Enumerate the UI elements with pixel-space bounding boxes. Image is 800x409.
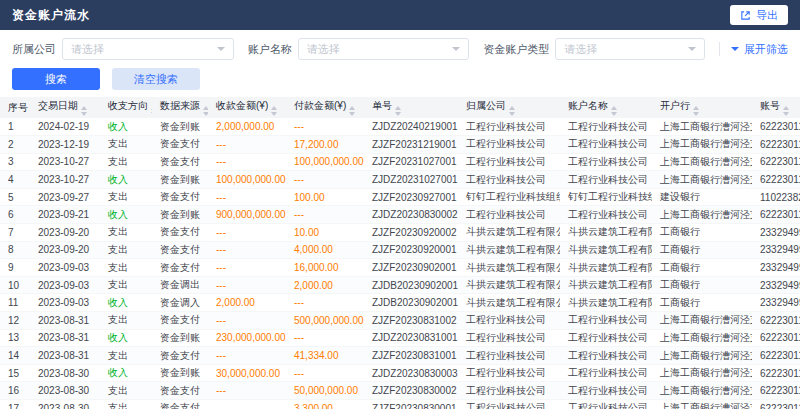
cell-account_no: 62223011... <box>752 171 800 189</box>
clear-search-button[interactable]: 清空搜索 <box>112 68 200 90</box>
cell-account_no: 62223011... <box>752 206 800 224</box>
company-select[interactable]: 请选择 <box>62 38 234 60</box>
cell-date: 2023-08-31 <box>30 312 100 330</box>
sort-icon[interactable] <box>509 106 515 116</box>
cell-account_name: 工程行业科技公司 <box>560 118 652 136</box>
cell-company: 工程行业科技公司 <box>458 153 560 171</box>
cell-no: 4 <box>0 171 30 189</box>
sort-icon[interactable] <box>349 106 355 116</box>
cell-payment_amount: 16,000.00 <box>286 259 364 277</box>
column-header-date[interactable]: 交易日期 <box>30 97 100 118</box>
cell-source: 资金到账 <box>152 206 208 224</box>
cell-bank: 工商银行 <box>652 259 752 277</box>
table-row: 22023-12-19支出资金支付---17,200.00ZJZF2023121… <box>0 136 800 154</box>
table-row: 62023-09-21收入资金到账900,000,000.00---ZJDZ20… <box>0 206 800 224</box>
cell-company: 工程行业科技公司 <box>458 136 560 154</box>
sort-icon[interactable] <box>271 106 277 116</box>
column-header-order_no[interactable]: 单号 <box>364 97 458 118</box>
sort-icon[interactable] <box>611 106 617 116</box>
search-button[interactable]: 搜索 <box>12 68 100 90</box>
cell-order_no: ZJZF20230902001 <box>364 259 458 277</box>
cell-account_name: 斗拱云建筑工程有限公司 <box>560 276 652 294</box>
cell-direction: 支出 <box>100 241 152 259</box>
sort-icon[interactable] <box>395 106 401 116</box>
column-header-account_name[interactable]: 账户名称 <box>560 97 652 118</box>
cell-bank: 上海工商银行漕河泾支行 <box>652 118 752 136</box>
cell-account_name: 工程行业科技公司 <box>560 206 652 224</box>
cell-bank: 上海工商银行漕河泾支行 <box>652 206 752 224</box>
cell-date: 2023-08-31 <box>30 347 100 365</box>
table-row: 142023-08-31支出资金支付---41,334.00ZJZF202308… <box>0 347 800 365</box>
cell-source: 资金调出 <box>152 276 208 294</box>
cell-account_name: 斗拱云建筑工程有限公司 <box>560 241 652 259</box>
cell-company: 工程行业科技公司 <box>458 171 560 189</box>
cell-bank: 工商银行 <box>652 224 752 242</box>
cell-receipt_amount: 2,000.00 <box>208 294 286 312</box>
column-header-direction[interactable]: 收支方向 <box>100 97 152 118</box>
cell-account_name: 工程行业科技公司 <box>560 382 652 400</box>
cell-bank: 工商银行 <box>652 294 752 312</box>
cell-no: 14 <box>0 347 30 365</box>
cell-company: 工程行业科技公司 <box>458 206 560 224</box>
cell-order_no: ZJZF20230927001 <box>364 188 458 206</box>
cell-order_no: ZJDZ20231027001 <box>364 171 458 189</box>
column-label: 账户名称 <box>568 100 608 111</box>
table-row: 12024-02-19收入资金到账2,000,000.00---ZJDZ2024… <box>0 118 800 136</box>
column-header-receipt_amount[interactable]: 收款金额(¥) <box>208 97 286 118</box>
expand-filters-label: 展开筛选 <box>744 42 788 57</box>
column-label: 归属公司 <box>466 100 506 111</box>
expand-filters-link[interactable]: 展开筛选 <box>719 42 788 57</box>
action-button-row: 搜索 清空搜索 <box>0 60 800 97</box>
cell-order_no: ZJZF20230831001 <box>364 347 458 365</box>
cell-account_no: 62223011... <box>752 329 800 347</box>
column-header-source[interactable]: 数据来源 <box>152 97 208 118</box>
cell-source: 资金到账 <box>152 118 208 136</box>
transactions-table: 序号交易日期收支方向数据来源收款金额(¥)付款金额(¥)单号归属公司账户名称开户… <box>0 97 800 409</box>
account-name-select[interactable]: 请选择 <box>298 38 470 60</box>
cell-order_no: ZJDZ20230831001 <box>364 329 458 347</box>
column-header-account_no[interactable]: 账号 <box>752 97 800 118</box>
cell-source: 资金支付 <box>152 241 208 259</box>
sort-icon[interactable] <box>151 106 152 116</box>
cell-payment_amount: 500,000,000.00 <box>286 312 364 330</box>
cell-receipt_amount: --- <box>208 188 286 206</box>
cell-date: 2023-09-20 <box>30 224 100 242</box>
column-header-bank[interactable]: 开户行 <box>652 97 752 118</box>
column-header-payment_amount[interactable]: 付款金额(¥) <box>286 97 364 118</box>
cell-date: 2023-09-20 <box>30 241 100 259</box>
cell-payment_amount: 3,300.00 <box>286 400 364 409</box>
sort-icon[interactable] <box>203 106 208 116</box>
cell-receipt_amount: --- <box>208 347 286 365</box>
page-header: 资金账户流水 导出 <box>0 0 800 30</box>
sort-icon[interactable] <box>783 106 789 116</box>
table-header-row: 序号交易日期收支方向数据来源收款金额(¥)付款金额(¥)单号归属公司账户名称开户… <box>0 97 800 118</box>
cell-account_no: 23329499... <box>752 259 800 277</box>
cell-no: 17 <box>0 400 30 409</box>
column-label: 数据来源 <box>160 100 200 111</box>
cell-payment_amount: 10.00 <box>286 224 364 242</box>
cell-direction: 收入 <box>100 171 152 189</box>
account-type-select[interactable]: 请选择 <box>555 38 705 60</box>
cell-account_no: 62223011... <box>752 400 800 409</box>
cell-company: 工程行业科技公司 <box>458 118 560 136</box>
cell-company: 工程行业科技公司 <box>458 347 560 365</box>
column-header-company[interactable]: 归属公司 <box>458 97 560 118</box>
sort-icon[interactable] <box>693 106 699 116</box>
cell-account_no: 23329499... <box>752 276 800 294</box>
cell-receipt_amount: 230,000,000.00 <box>208 329 286 347</box>
cell-receipt_amount: --- <box>208 224 286 242</box>
cell-bank: 上海工商银行漕河泾支行 <box>652 382 752 400</box>
cell-order_no: ZJZF20230830002 <box>364 382 458 400</box>
cell-source: 资金到账 <box>152 329 208 347</box>
cell-account_no: 62223011... <box>752 347 800 365</box>
cell-date: 2023-09-03 <box>30 259 100 277</box>
cell-account_no: 62223011... <box>752 312 800 330</box>
export-button[interactable]: 导出 <box>730 5 788 25</box>
filter-account-type-label: 资金账户类型 <box>483 42 549 57</box>
filter-company: 所属公司 请选择 <box>12 38 234 60</box>
cell-no: 16 <box>0 382 30 400</box>
sort-icon[interactable] <box>81 106 87 116</box>
cell-account_name: 斗拱云建筑工程有限公司 <box>560 259 652 277</box>
cell-receipt_amount: --- <box>208 136 286 154</box>
cell-source: 资金支付 <box>152 136 208 154</box>
